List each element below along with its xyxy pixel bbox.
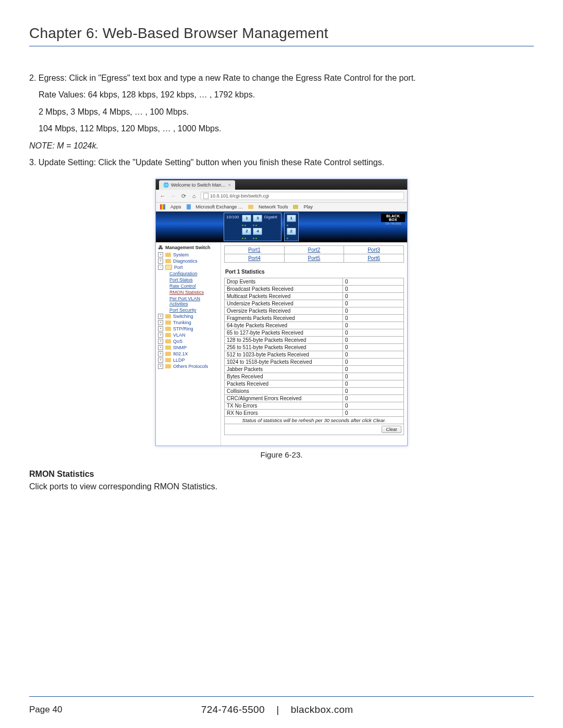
nav-item-label: Others Protocols — [173, 364, 208, 369]
switch-banner: 10/100 1 2 3 — [156, 212, 407, 242]
footer-center: 724-746-5500 | blackbox.com — [201, 704, 353, 715]
figure-caption: Figure 6-23. — [29, 450, 534, 459]
reload-icon[interactable]: ⟳ — [180, 192, 187, 200]
brand-badge: BLACK BOX 724-746-5500 — [381, 214, 405, 225]
nav-item-switching[interactable]: +Switching — [158, 313, 219, 319]
collapse-icon[interactable]: − — [158, 265, 163, 270]
nav-leaf-per-port-vlan-activities[interactable]: Per Port VLAN Activities — [169, 295, 219, 307]
port-icon[interactable]: 2 — [242, 228, 251, 235]
expand-icon[interactable]: + — [158, 320, 163, 325]
stats-row: RX No Errors0 — [225, 410, 404, 417]
browser-tab[interactable]: 🌐 Welcome to Switch Man… × — [159, 180, 235, 190]
bookmark-2[interactable]: Network Tools — [259, 204, 288, 209]
folder-icon — [165, 339, 171, 343]
nav-item-label: STP/Ring — [173, 326, 193, 331]
expand-icon[interactable]: + — [158, 258, 163, 264]
expand-icon[interactable]: + — [158, 364, 163, 369]
apps-label[interactable]: Apps — [170, 204, 181, 209]
port-link-port1[interactable]: Port1 — [248, 247, 261, 253]
stats-metric: Fragments Packets Received — [225, 315, 343, 322]
folder-icon — [165, 314, 171, 318]
nav-item-stp-ring[interactable]: +STP/Ring — [158, 326, 219, 332]
stats-row: Multicast Packets Received0 — [225, 293, 404, 300]
brand-name: BLACK BOX — [381, 214, 405, 222]
stats-value: 0 — [343, 351, 404, 359]
folder-icon — [165, 364, 171, 368]
note-line: NOTE: M = 1024k. — [29, 140, 534, 152]
stats-row: Drop Events0 — [225, 278, 404, 286]
home-icon[interactable]: ⌂ — [190, 192, 198, 200]
bookmark-icon — [187, 204, 191, 209]
forward-icon[interactable]: → — [169, 192, 177, 200]
expand-icon[interactable]: + — [158, 252, 163, 257]
stats-metric: 512 to 1023-byte Packets Received — [225, 351, 343, 359]
nav-leaf-configuration[interactable]: Configuration — [169, 270, 219, 277]
apps-icon[interactable] — [160, 204, 165, 209]
nav-root[interactable]: 🖧 Management Switch — [158, 245, 219, 250]
screenshot-body: 🖧 Management Switch +System+Diagnostics−… — [156, 242, 407, 446]
nav-item-label: 802.1X — [173, 351, 188, 356]
expand-icon[interactable]: + — [158, 345, 163, 350]
nav-item-vlan[interactable]: +VLAN — [158, 332, 219, 338]
expand-icon[interactable]: + — [158, 314, 163, 319]
stats-metric: RX No Errors — [225, 410, 343, 417]
stats-value: 0 — [343, 344, 404, 351]
bookmark-3[interactable]: Play — [303, 204, 313, 209]
folder-icon — [165, 320, 171, 325]
nav-leaf-rmon-statistics[interactable]: RMON Statistics — [169, 289, 219, 295]
expand-icon[interactable]: + — [158, 339, 163, 344]
nav-item-trunking[interactable]: +Trunking — [158, 319, 219, 326]
port-icon[interactable]: 1 — [242, 215, 251, 222]
nav-item-port[interactable]: −Port — [158, 264, 219, 270]
url-field[interactable]: 10.8.101.6/cgi-bin/switch.cgi — [201, 192, 404, 200]
clear-button[interactable]: Clear — [382, 426, 401, 433]
stats-value: 0 — [343, 366, 404, 373]
nav-item-others-protocols[interactable]: +Others Protocols — [158, 363, 219, 369]
port-link-port3[interactable]: Port3 — [368, 247, 380, 253]
port-diagram: 10/100 1 2 3 — [224, 213, 299, 241]
close-icon[interactable]: × — [228, 182, 230, 188]
nav-item-802-1x[interactable]: +802.1X — [158, 351, 219, 357]
stats-value: 0 — [343, 293, 404, 300]
nav-leaf-port-status[interactable]: Port Status — [169, 277, 219, 283]
nav-leaf-port-security[interactable]: Port Security — [169, 307, 219, 313]
expand-icon[interactable]: + — [158, 326, 163, 331]
paragraph-rate-values: Rate Values: 64 kbps, 128 kbps, 192 kbps… — [29, 89, 534, 101]
port-link-port6[interactable]: Port6 — [368, 255, 380, 261]
port-icon[interactable]: 4 — [253, 228, 262, 235]
nav-item-qos[interactable]: +QoS — [158, 338, 219, 344]
embedded-screenshot: 🌐 Welcome to Switch Man… × ← → ⟳ ⌂ 10.8.… — [155, 179, 408, 446]
stats-metric: Packets Received — [225, 380, 343, 388]
folder-icon — [165, 358, 171, 362]
stats-metric: Jabber Packets — [225, 366, 343, 373]
nav-item-label: Diagnostics — [173, 258, 198, 264]
nav-item-system[interactable]: +System — [158, 252, 219, 258]
back-icon[interactable]: ← — [159, 192, 166, 200]
stats-value: 0 — [343, 329, 404, 337]
port-link-port5[interactable]: Port5 — [308, 255, 321, 261]
expand-icon[interactable]: + — [158, 351, 163, 356]
nav-item-snmp[interactable]: +SNMP — [158, 344, 219, 351]
stats-row: 512 to 1023-byte Packets Received0 — [225, 351, 404, 359]
nav-leaf-rate-control[interactable]: Rate Control — [169, 283, 219, 289]
port-icon[interactable]: 2 — [287, 228, 296, 235]
port-link-port4[interactable]: Port4 — [248, 255, 261, 261]
stats-value: 0 — [343, 278, 404, 286]
stats-metric: Collisions — [225, 388, 343, 395]
paragraph-update-setting: 3. Update Setting: Click the "Update Set… — [29, 157, 534, 168]
expand-icon[interactable]: + — [158, 357, 163, 363]
port-icon[interactable]: 3 — [253, 215, 262, 222]
port-link-port2[interactable]: Port2 — [308, 247, 321, 253]
nav-item-lldp[interactable]: +LLDP — [158, 357, 219, 363]
url-text: 10.8.101.6/cgi-bin/switch.cgi — [210, 193, 269, 199]
stats-row: 65 to 127-byte Packets Received0 — [225, 329, 404, 337]
nav-item-label: SNMP — [173, 345, 187, 350]
page: Chapter 6: Web-Based Browser Management … — [0, 0, 563, 728]
port-group-10-100: 10/100 1 2 3 — [224, 213, 282, 241]
nav-item-diagnostics[interactable]: +Diagnostics — [158, 258, 219, 264]
bookmark-1[interactable]: Microsoft Exchange … — [196, 204, 243, 209]
stats-value: 0 — [343, 395, 404, 402]
port-group-label-right: Gigabit — [264, 215, 277, 219]
expand-icon[interactable]: + — [158, 332, 163, 338]
port-icon[interactable]: 1 — [287, 215, 296, 222]
